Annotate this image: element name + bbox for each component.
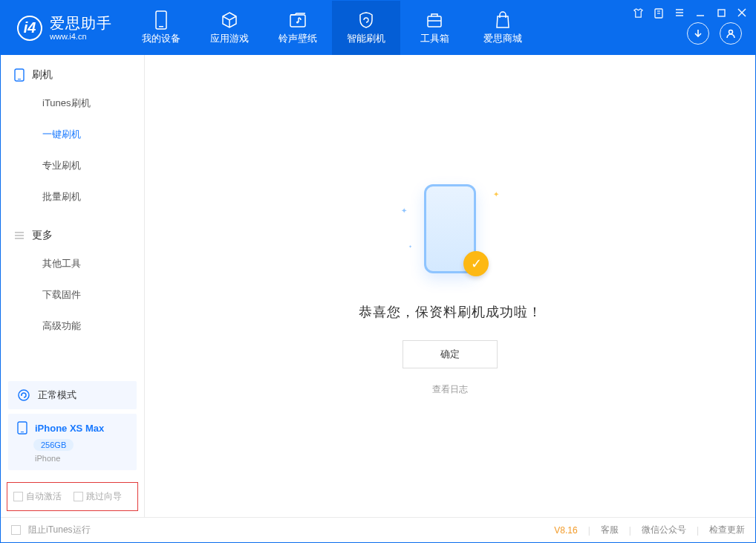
note-icon[interactable]: [653, 7, 665, 19]
statusbar: 阻止iTunes运行 V8.16 | 客服 | 微信公众号 | 检查更新: [1, 517, 755, 542]
main-content: ✦ ✦ ✦ ✓ 恭喜您，保资料刷机成功啦！ 确定 查看日志: [145, 55, 755, 517]
check-badge-icon: ✓: [463, 251, 489, 276]
nav-label: 智能刷机: [347, 32, 385, 45]
ok-button[interactable]: 确定: [403, 340, 498, 368]
svg-rect-12: [718, 10, 725, 16]
window-controls: [632, 7, 748, 19]
music-folder-icon: [289, 11, 307, 29]
nav-tab-store[interactable]: 爱思商城: [469, 1, 537, 55]
checkbox-auto-activate[interactable]: 自动激活: [13, 490, 62, 503]
svg-rect-17: [18, 79, 21, 79]
nav-label: 爱思商城: [483, 32, 522, 45]
download-button[interactable]: [687, 22, 709, 45]
phone-illustration: ✦ ✦ ✦ ✓: [398, 177, 502, 281]
shirt-icon[interactable]: [632, 7, 644, 19]
checkbox-icon: [11, 525, 21, 535]
logo-area: i4 爱思助手 www.i4.cn: [1, 1, 127, 55]
mode-label: 正常模式: [38, 388, 76, 402]
checkbox-skip-guide[interactable]: 跳过向导: [74, 490, 122, 503]
briefcase-icon: [426, 11, 443, 29]
device-name: iPhone XS Max: [35, 423, 104, 434]
app-title: 爱思助手: [50, 15, 112, 32]
cube-icon: [221, 11, 238, 29]
checkbox-block-itunes[interactable]: 阻止iTunes运行: [11, 524, 91, 536]
mode-box[interactable]: 正常模式: [8, 381, 137, 409]
sidebar: 刷机 iTunes刷机 一键刷机 专业刷机 批量刷机 更多 其他工具 下载固件 …: [1, 55, 145, 517]
svg-point-21: [19, 390, 29, 400]
menu-icon[interactable]: [674, 7, 685, 19]
sidebar-item-other-tools[interactable]: 其他工具: [1, 248, 144, 279]
svg-point-22: [21, 394, 22, 396]
list-icon: [14, 230, 25, 241]
close-icon[interactable]: [736, 7, 748, 19]
app-url: www.i4.cn: [50, 32, 112, 42]
titlebar: i4 爱思助手 www.i4.cn 我的设备 应用游戏 铃声壁纸 智能刷机: [1, 1, 755, 55]
sparkle-icon: ✦: [408, 244, 412, 249]
check-update-link[interactable]: 检查更新: [709, 524, 745, 536]
sparkle-icon: ✦: [493, 190, 499, 198]
view-log-link[interactable]: 查看日志: [359, 383, 542, 396]
body-area: 刷机 iTunes刷机 一键刷机 专业刷机 批量刷机 更多 其他工具 下载固件 …: [1, 55, 755, 517]
bag-icon: [494, 11, 512, 29]
device-box[interactable]: iPhone XS Max 256GB iPhone: [8, 414, 137, 470]
checkbox-icon: [74, 492, 83, 501]
version-label: V8.16: [554, 525, 577, 536]
sidebar-item-advanced[interactable]: 高级功能: [1, 310, 144, 342]
logo-icon: i4: [17, 16, 42, 41]
device-phone-icon: [17, 421, 27, 435]
titlebar-right-circles: [687, 22, 742, 45]
svg-point-3: [296, 21, 299, 23]
nav-label: 我的设备: [142, 32, 180, 45]
checkbox-icon: [13, 492, 23, 501]
svg-point-15: [729, 30, 733, 34]
wechat-link[interactable]: 微信公众号: [642, 524, 686, 536]
minimize-icon[interactable]: [694, 7, 706, 19]
nav-label: 应用游戏: [210, 32, 249, 45]
nav-tab-apps[interactable]: 应用游戏: [195, 1, 264, 55]
svg-rect-2: [290, 15, 305, 27]
nav-label: 铃声壁纸: [278, 32, 317, 45]
section-title: 刷机: [32, 68, 53, 82]
nav-label: 工具箱: [420, 32, 449, 45]
refresh-icon: [17, 388, 30, 402]
sidebar-section-flash: 刷机: [1, 68, 144, 88]
phone-icon: [152, 11, 170, 29]
nav-tab-toolbox[interactable]: 工具箱: [400, 1, 469, 55]
success-message: 恭喜您，保资料刷机成功啦！: [359, 303, 542, 321]
storage-badge: 256GB: [33, 439, 74, 451]
user-button[interactable]: [720, 22, 742, 45]
app-window: i4 爱思助手 www.i4.cn 我的设备 应用游戏 铃声壁纸 智能刷机: [0, 0, 756, 543]
maximize-icon[interactable]: [715, 7, 727, 19]
nav-tab-device[interactable]: 我的设备: [127, 1, 195, 55]
nav-tab-ringtone[interactable]: 铃声壁纸: [264, 1, 332, 55]
svg-rect-1: [159, 26, 163, 27]
success-panel: ✦ ✦ ✦ ✓ 恭喜您，保资料刷机成功啦！ 确定 查看日志: [359, 177, 542, 396]
sidebar-item-download-firmware[interactable]: 下载固件: [1, 279, 144, 310]
sidebar-section-more: 更多: [1, 229, 144, 248]
nav-tabs: 我的设备 应用游戏 铃声壁纸 智能刷机 工具箱 爱思商城: [127, 1, 537, 55]
svg-rect-4: [428, 16, 441, 27]
sparkle-icon: ✦: [401, 207, 407, 215]
highlighted-checkbox-row: 自动激活 跳过向导: [7, 482, 138, 511]
device-type: iPhone: [35, 454, 128, 463]
nav-tab-flash[interactable]: 智能刷机: [332, 1, 400, 55]
svg-rect-24: [21, 432, 24, 432]
sidebar-item-pro-flash[interactable]: 专业刷机: [1, 150, 144, 181]
phone-icon: [14, 68, 25, 82]
support-link[interactable]: 客服: [601, 524, 619, 536]
shield-refresh-icon: [357, 11, 375, 29]
section-title: 更多: [32, 229, 53, 242]
sidebar-item-oneclick-flash[interactable]: 一键刷机: [1, 119, 144, 150]
sidebar-item-itunes-flash[interactable]: iTunes刷机: [1, 88, 144, 119]
sidebar-item-batch-flash[interactable]: 批量刷机: [1, 181, 144, 212]
